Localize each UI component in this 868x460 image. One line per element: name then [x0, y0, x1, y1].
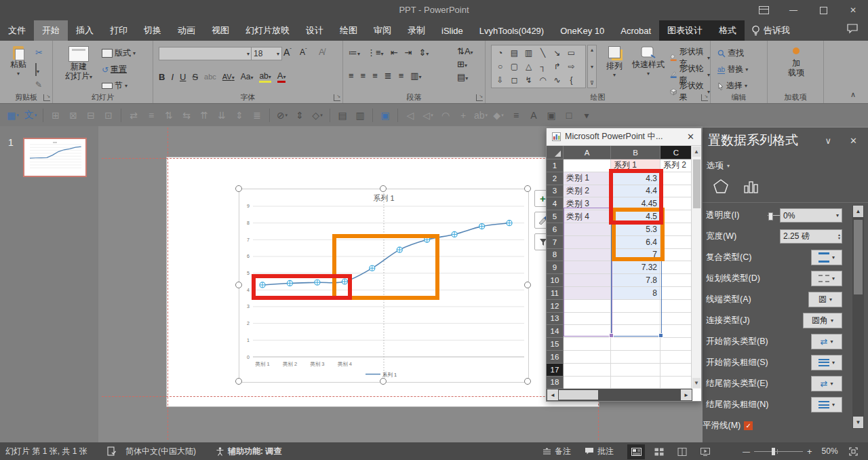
toolbar2-icon[interactable]: ≡ [508, 107, 524, 123]
grid-cell[interactable]: 4.45 [611, 197, 660, 210]
change-case-button[interactable]: Aa▾ [241, 72, 254, 81]
toolbar2-icon[interactable]: ⊠ [65, 107, 81, 123]
grid-cell[interactable]: 4.3 [611, 172, 660, 185]
toolbar2-icon[interactable]: ▣ [543, 107, 559, 123]
grid-cell[interactable] [660, 223, 692, 236]
accessibility-status[interactable]: 辅助功能: 调查 [216, 442, 281, 460]
select-button[interactable]: 选择▾ [717, 80, 747, 92]
paragraph-tool[interactable]: ⊞▾ [457, 59, 473, 69]
paragraph-tool[interactable]: ≡ [399, 71, 404, 81]
grid-cell[interactable] [660, 377, 692, 389]
panel-dropdown[interactable]: ⇄▾ [811, 376, 842, 391]
grid-cell[interactable] [660, 287, 692, 300]
grid-cell[interactable]: 7 [611, 249, 660, 262]
scroll-down-icon[interactable]: ▼ [692, 378, 701, 388]
shape-option[interactable]: { [564, 74, 578, 87]
ribbon-tab[interactable]: 图表设计 [659, 20, 711, 41]
shape-option[interactable]: ◠ [536, 74, 550, 87]
scroll-right-icon[interactable]: ► [681, 389, 692, 400]
shapes-gallery-scroll[interactable]: ▴▾⊽ [587, 45, 597, 88]
grid-cell[interactable] [564, 300, 611, 313]
panel-close-icon[interactable]: ✕ [850, 136, 857, 146]
grid-cell[interactable] [660, 300, 692, 313]
grid-cell[interactable]: 4.5 [611, 210, 660, 223]
collapse-ribbon-icon[interactable]: ∧ [850, 90, 856, 99]
italic-button[interactable]: I [171, 72, 174, 82]
toolbar2-icon[interactable]: ⇊ [214, 107, 230, 123]
spell-check-icon[interactable] [107, 442, 116, 460]
grid-row-header[interactable]: 9 [547, 261, 564, 274]
shape-option[interactable]: ○ [493, 60, 507, 73]
grid-cell[interactable] [660, 210, 692, 223]
grid-cell[interactable] [611, 377, 660, 389]
toolbar2-icon[interactable]: ⇈ [196, 107, 212, 123]
restore-button[interactable] [808, 0, 838, 20]
shape-option[interactable]: ┐ [536, 60, 550, 73]
underline-button[interactable]: U [180, 72, 186, 82]
paragraph-tool[interactable]: ⇥ [405, 47, 412, 58]
toolbar2-icon[interactable]: ⊟ [83, 107, 99, 123]
grid-row-header[interactable]: 16 [547, 351, 564, 364]
toolbar2-icon[interactable]: ▦▾ [5, 107, 21, 123]
grid-cell[interactable]: 类别 1 [564, 172, 611, 185]
layout-button[interactable]: 版式▾ [102, 47, 136, 59]
shape-option[interactable]: ⇨ [564, 60, 578, 73]
paragraph-tool[interactable]: ▤▾ [457, 72, 473, 82]
paragraph-tool[interactable]: ≣ [384, 71, 392, 81]
grow-font-button[interactable]: Aˆ [283, 47, 292, 58]
toolbar2-icon[interactable]: ≡ [143, 107, 159, 123]
clipboard-dialog-launcher[interactable]: ↘ [43, 94, 50, 101]
font-color-button[interactable]: A▾ [277, 71, 286, 83]
paragraph-tool[interactable]: ≡ [372, 71, 378, 81]
range-handle[interactable] [609, 333, 614, 338]
grid-cell[interactable] [564, 364, 611, 377]
toolbar2-icon[interactable]: ▾ [578, 107, 595, 123]
toolbar2-icon[interactable]: □ [561, 107, 577, 123]
toolbar2-icon[interactable]: ⊞ [47, 107, 64, 123]
strikethrough-button[interactable]: S [192, 72, 198, 82]
grid-row-header[interactable]: 8 [547, 249, 564, 262]
paragraph-tool[interactable]: ⇤ [391, 47, 398, 58]
grid-row-header[interactable]: 5 [547, 210, 564, 223]
selection-handle-bottom-right[interactable] [524, 378, 531, 385]
section-button[interactable]: 节▾ [102, 80, 127, 92]
grid-row-header[interactable]: 4 [547, 197, 564, 210]
zoom-slider[interactable] [754, 447, 803, 455]
grid-cell[interactable]: 类别 3 [564, 197, 611, 210]
grid-cell[interactable] [660, 351, 692, 364]
width-spinner[interactable]: 2.25 磅▴▾ [780, 229, 842, 244]
grid-cell[interactable] [660, 236, 692, 249]
paragraph-dialog-launcher[interactable]: ↘ [476, 94, 483, 101]
grid-cell[interactable]: 7.8 [611, 274, 660, 287]
ribbon-tab[interactable]: 绘图 [332, 20, 366, 41]
data-window-horizontal-scrollbar[interactable]: ◄ ► [547, 389, 692, 401]
series-options-dropdown[interactable]: 选项▾ [707, 160, 730, 172]
grid-cell[interactable]: 5.3 [611, 223, 660, 236]
bold-button[interactable]: B [159, 72, 165, 82]
zoom-in-button[interactable]: + [807, 446, 812, 457]
data-window-titlebar[interactable]: Microsoft PowerPoint 中... ✕ [547, 128, 701, 146]
drawing-dialog-launcher[interactable]: ↘ [701, 94, 708, 101]
horizontal-scroll-thumb[interactable] [559, 390, 598, 400]
ribbon-tab[interactable]: 动画 [170, 20, 203, 41]
slideshow-view-button[interactable] [696, 444, 714, 459]
ribbon-tab[interactable]: 视图 [203, 20, 237, 41]
ribbon-tab[interactable]: 文件 [0, 20, 34, 41]
toolbar2-icon[interactable]: ⊡ [100, 107, 117, 123]
panel-dropdown[interactable]: ▾ [811, 271, 842, 286]
selection-handle-mid-right[interactable] [524, 282, 531, 288]
shape-option[interactable]: ▤ [507, 47, 521, 60]
chart-data-window[interactable]: Microsoft PowerPoint 中... ✕ ABC1系列 1系列 2… [546, 128, 702, 402]
selection-handle-top-right[interactable] [524, 185, 531, 192]
toolbar2-icon[interactable]: 文▾ [22, 107, 39, 123]
ribbon-tab[interactable]: 审阅 [366, 20, 399, 41]
replace-button[interactable]: ab 替换▾ [717, 64, 748, 75]
toolbar2-icon[interactable]: ◇▾ [309, 107, 326, 123]
grid-cell[interactable] [564, 325, 611, 338]
grid-cell[interactable] [564, 159, 611, 172]
shape-option[interactable]: ▭ [564, 47, 578, 60]
grid-cell[interactable]: 类别 4 [564, 210, 611, 223]
panel-scroll-up-icon[interactable]: ▲ [853, 206, 863, 217]
font-dialog-launcher[interactable]: ↘ [334, 94, 340, 101]
shrink-font-button[interactable]: Aˇ [300, 47, 307, 57]
